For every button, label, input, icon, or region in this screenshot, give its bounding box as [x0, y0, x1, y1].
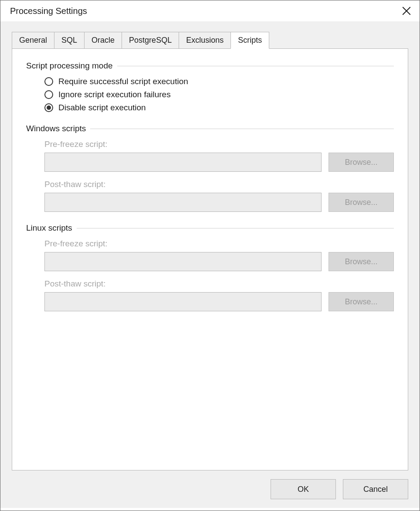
- tab-postgresql[interactable]: PostgreSQL: [122, 32, 179, 48]
- radio-require-success[interactable]: Require successful script execution: [44, 77, 394, 86]
- browse-windows-postthaw-button[interactable]: Browse...: [329, 193, 394, 212]
- close-icon: [402, 7, 411, 15]
- tab-strip: General SQL Oracle PostgreSQL Exclusions…: [12, 32, 408, 48]
- group-windows-scripts: Windows scripts Pre-freeze script: Brows…: [26, 124, 394, 212]
- group-divider: [117, 66, 394, 66]
- group-linux-scripts: Linux scripts Pre-freeze script: Browse.…: [26, 223, 394, 311]
- group-divider: [77, 228, 394, 228]
- tab-sql[interactable]: SQL: [54, 32, 85, 48]
- tab-general[interactable]: General: [12, 32, 54, 48]
- tab-oracle[interactable]: Oracle: [84, 32, 122, 48]
- label-linux-prefreeze: Pre-freeze script:: [44, 239, 394, 249]
- group-title-linux: Linux scripts: [26, 223, 77, 233]
- ok-button[interactable]: OK: [271, 479, 336, 499]
- dialog-footer: OK Cancel: [12, 470, 408, 499]
- group-divider: [90, 129, 394, 129]
- browse-windows-prefreeze-button[interactable]: Browse...: [329, 153, 394, 172]
- dialog-body: General SQL Oracle PostgreSQL Exclusions…: [0, 21, 420, 508]
- browse-linux-prefreeze-button[interactable]: Browse...: [329, 252, 394, 271]
- input-windows-prefreeze[interactable]: [44, 153, 322, 172]
- group-title-windows: Windows scripts: [26, 124, 90, 133]
- input-windows-postthaw[interactable]: [44, 193, 322, 212]
- tab-panel-scripts: Script processing mode Require successfu…: [12, 48, 408, 470]
- group-title-mode: Script processing mode: [26, 61, 117, 71]
- titlebar: Processing Settings: [0, 0, 420, 21]
- radio-label: Ignore script execution failures: [58, 90, 171, 99]
- window-title: Processing Settings: [10, 6, 87, 16]
- label-windows-postthaw: Post-thaw script:: [44, 180, 394, 189]
- input-linux-prefreeze[interactable]: [44, 252, 322, 271]
- input-linux-postthaw[interactable]: [44, 292, 322, 311]
- label-linux-postthaw: Post-thaw script:: [44, 279, 394, 289]
- close-button[interactable]: [400, 5, 413, 17]
- browse-linux-postthaw-button[interactable]: Browse...: [329, 292, 394, 311]
- cancel-button[interactable]: Cancel: [343, 479, 408, 499]
- tab-exclusions[interactable]: Exclusions: [179, 32, 231, 48]
- tab-scripts[interactable]: Scripts: [230, 32, 269, 49]
- group-script-mode: Script processing mode Require successfu…: [26, 61, 394, 112]
- radio-icon: [44, 103, 53, 112]
- radio-disable-execution[interactable]: Disable script execution: [44, 103, 394, 112]
- radio-icon: [44, 77, 53, 86]
- radio-label: Disable script execution: [58, 103, 146, 112]
- label-windows-prefreeze: Pre-freeze script:: [44, 140, 394, 149]
- radio-label: Require successful script execution: [58, 77, 188, 86]
- radio-ignore-failures[interactable]: Ignore script execution failures: [44, 90, 394, 99]
- radio-icon: [44, 90, 53, 99]
